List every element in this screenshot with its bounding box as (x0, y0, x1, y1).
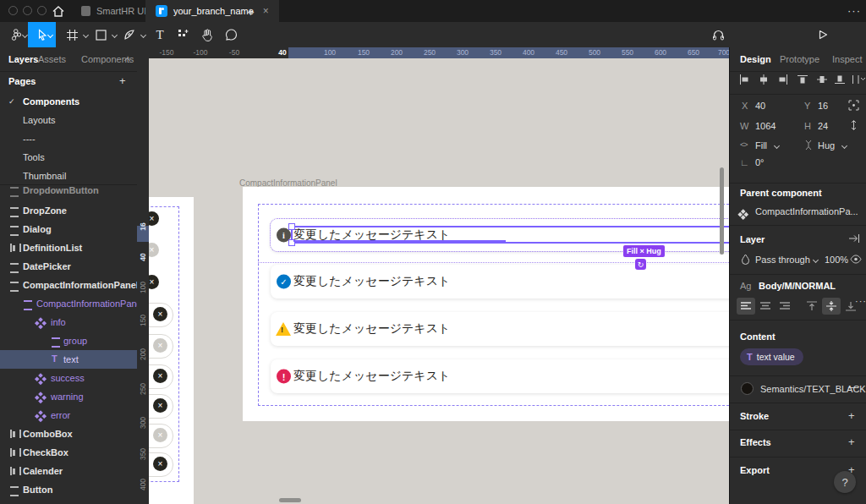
window-close-button[interactable] (8, 6, 18, 15)
hand-tool-button[interactable] (196, 22, 218, 47)
text-valign-top-button[interactable] (803, 298, 821, 315)
page-item-tools[interactable]: Tools (0, 148, 137, 167)
add-stroke-button[interactable]: + (848, 409, 855, 422)
text-style-name[interactable]: Body/M/NORMAL (759, 281, 836, 291)
opacity-value[interactable]: 100% (825, 255, 848, 265)
layer-row-info[interactable]: info (0, 313, 137, 331)
pen-tool-button[interactable] (118, 22, 140, 47)
text-align-left-button[interactable] (737, 298, 755, 315)
layer-arrow-icon[interactable] (848, 233, 860, 244)
layer-row-datepicker[interactable]: DatePicker (0, 257, 137, 276)
align-bottom-button[interactable] (835, 74, 845, 85)
remove-icon[interactable]: × (153, 398, 167, 413)
add-page-button[interactable]: + (119, 74, 126, 87)
message-text[interactable]: 変更したメッセージテキスト (293, 321, 450, 337)
new-tab-button[interactable]: + (247, 4, 255, 19)
horizontal-resize-value[interactable]: Fill (755, 140, 767, 151)
visibility-eye-icon[interactable] (850, 255, 862, 264)
left-panel: Layers Assets Components Pages + ✓ Compo… (0, 47, 137, 504)
layer-row-dialog[interactable]: Dialog (0, 220, 137, 238)
vertical-resize-value[interactable]: Hug (818, 140, 835, 151)
remove-icon[interactable]: × (153, 428, 167, 442)
layer-row-calender[interactable]: Calender (0, 462, 137, 480)
tab-layers[interactable]: Layers (8, 54, 38, 64)
layer-row-compactinformationpanel-child[interactable]: CompactInformationPanel (0, 294, 137, 313)
tab-inspect[interactable]: Inspect (832, 54, 862, 64)
tab-assets[interactable]: Assets (38, 54, 66, 64)
message-text[interactable]: 変更したメッセージテキスト (293, 274, 450, 289)
message-text[interactable]: 変更したメッセージテキスト (293, 369, 450, 384)
move-tool-button[interactable] (28, 22, 56, 47)
h-value[interactable]: 24 (818, 121, 828, 131)
vertical-scrollbar[interactable] (720, 167, 724, 255)
layer-row-error[interactable]: error (0, 406, 137, 425)
align-right-button[interactable] (778, 74, 788, 85)
layer-row-dropdownbutton[interactable]: DropdownButton (0, 184, 137, 200)
remove-fill-button[interactable]: — (848, 381, 858, 393)
window-minimize-button[interactable] (23, 6, 32, 15)
color-swatch[interactable] (741, 382, 754, 395)
home-button[interactable] (47, 0, 69, 22)
shape-tool-button[interactable] (90, 22, 112, 47)
align-left-button[interactable] (739, 74, 749, 85)
layer-row-checkbox[interactable]: CheckBox (0, 443, 137, 462)
tab-prototype[interactable]: Prototype (780, 54, 819, 64)
tab-design[interactable]: Design (740, 54, 771, 64)
layer-row-warning[interactable]: warning (0, 387, 137, 406)
y-value[interactable]: 16 (818, 101, 828, 111)
x-value[interactable]: 40 (755, 101, 765, 111)
page-item-components[interactable]: ✓ Components (0, 92, 137, 111)
present-button[interactable] (812, 22, 834, 47)
rotation-value[interactable]: 0° (755, 157, 765, 167)
text-more-options[interactable]: ··· (855, 296, 866, 306)
distribute-button[interactable] (852, 74, 865, 85)
remove-icon[interactable]: × (153, 338, 167, 353)
align-horizontal-center-button[interactable] (759, 74, 769, 85)
window-more-icon[interactable]: ··· (847, 4, 861, 17)
autolayout-reset-icon[interactable]: ↻ (635, 259, 646, 270)
layer-row-button[interactable]: Button (0, 480, 137, 499)
text-valign-middle-button[interactable] (822, 298, 841, 315)
window-zoom-button[interactable] (37, 6, 47, 15)
absolute-position-icon[interactable] (848, 100, 859, 111)
error-panel-row[interactable]: ! 変更したメッセージテキスト (271, 359, 729, 393)
blend-mode-value[interactable]: Pass through (755, 255, 810, 265)
layer-row-combobox[interactable]: ComboBox (0, 425, 137, 443)
layer-row-success[interactable]: success (0, 369, 137, 387)
align-vertical-center-button[interactable] (817, 74, 827, 85)
add-effect-button[interactable]: + (848, 436, 855, 448)
canvas[interactable]: × × × × × × × × × CompactInformationPane… (137, 47, 729, 504)
page-item-layouts[interactable]: Layouts (0, 111, 137, 129)
page-item-separator[interactable]: ---- (0, 129, 137, 148)
remove-icon[interactable]: × (153, 369, 167, 383)
w-value[interactable]: 1064 (755, 121, 776, 131)
remove-icon[interactable]: × (153, 307, 167, 321)
content-value-pill[interactable]: T text value (740, 348, 803, 365)
remove-icon[interactable]: × (153, 457, 167, 471)
layer-row-dropzone[interactable]: DropZone (0, 201, 137, 220)
text-align-right-button[interactable] (776, 298, 794, 315)
warning-panel-row[interactable]: ! 変更したメッセージテキスト (271, 312, 729, 346)
page-item-thumbnail[interactable]: Thumbnail (0, 167, 137, 185)
success-panel-row[interactable]: ✓ 変更したメッセージテキスト (271, 265, 729, 299)
tab-smarthr-ui[interactable]: SmartHR UI (71, 0, 156, 22)
layer-row-compactinformationpanel[interactable]: CompactInformationPanel (0, 276, 137, 294)
layer-row-text-selected[interactable]: T text (0, 350, 137, 369)
close-tab-icon[interactable]: × (263, 5, 269, 17)
parent-component-name[interactable]: CompactInformationPa... (755, 206, 858, 216)
selection-handle[interactable] (288, 223, 295, 230)
tab-your-branch-name[interactable]: your_branch_name × (145, 0, 279, 22)
ruler-tick: -150 (159, 48, 173, 57)
horizontal-scrollbar[interactable] (279, 498, 301, 502)
frame-tool-button[interactable] (61, 22, 83, 47)
text-tool-button[interactable]: T (149, 22, 171, 47)
audio-button[interactable] (707, 22, 729, 47)
comment-tool-button[interactable] (220, 22, 242, 47)
layer-row-group[interactable]: group (0, 331, 137, 350)
constrain-proportions-icon[interactable] (850, 119, 858, 131)
help-button[interactable]: ? (834, 471, 856, 493)
layer-row-definitionlist[interactable]: DefinitionList (0, 238, 137, 257)
align-top-button[interactable] (797, 74, 808, 85)
text-align-center-button[interactable] (756, 298, 775, 315)
component-tool-button[interactable] (173, 22, 195, 47)
